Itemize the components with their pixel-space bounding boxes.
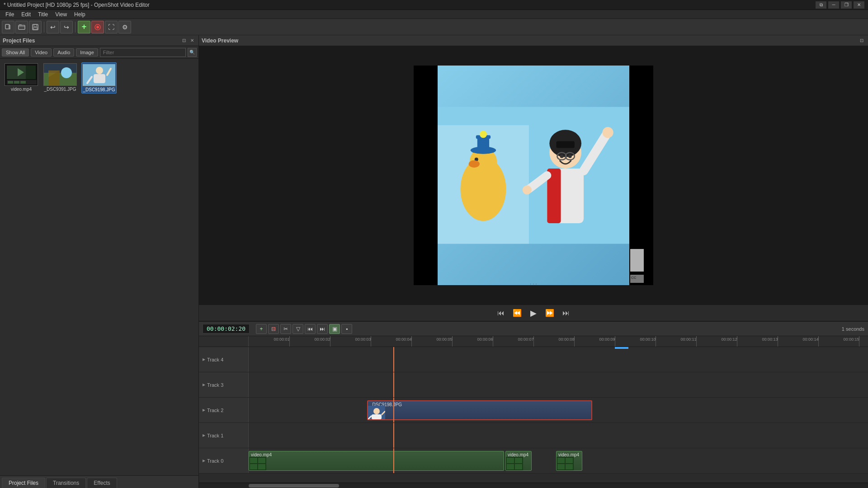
clip-video-3-thumb (557, 457, 574, 470)
svg-rect-54 (258, 458, 265, 463)
track-arrow-4[interactable]: ▶ (203, 357, 205, 361)
track-label-3: ▶ Track 3 (199, 372, 249, 397)
remove-clip-button[interactable]: ⊟ (268, 324, 279, 334)
ruler-mark-10: 00:00:11 (696, 336, 697, 347)
filter-audio[interactable]: Audio (53, 48, 74, 56)
svg-rect-0 (5, 24, 9, 29)
filter-search-button[interactable]: 🔍 (188, 48, 197, 57)
svg-rect-65 (557, 464, 565, 469)
file-item-video[interactable]: video.mp4 (4, 62, 39, 94)
track-content-3[interactable] (249, 372, 868, 397)
panel-header-controls: ⊡ ✕ (180, 37, 196, 44)
ruler-label-8: 00:00:09 (599, 337, 615, 342)
track-arrow-0[interactable]: ▶ (203, 459, 205, 463)
file-item-dsc9391[interactable]: _DSC9391.JPG (42, 62, 78, 94)
track-name-0: Track 0 (207, 458, 223, 464)
track-content-2[interactable]: _DSC9198.JPG (249, 398, 868, 422)
filter-video[interactable]: Video (31, 48, 52, 56)
undo-button[interactable]: ↩ (47, 21, 59, 33)
tab-project-files[interactable]: Project Files (2, 478, 45, 488)
restore-btn[interactable]: ⧉ (816, 1, 826, 9)
snap-button[interactable]: ▣ (329, 324, 340, 334)
preview-status: · · · (530, 281, 537, 286)
filter-input[interactable] (100, 48, 186, 57)
bottom-tab-bar: Project Files Transitions Effects (0, 475, 198, 488)
timeline: 00:00:02:20 + ⊟ ✂ ▽ ⏮ ⏭ ▣ ▪ 1 seconds (199, 321, 868, 488)
add-media-button[interactable]: + (78, 21, 90, 33)
tab-transitions[interactable]: Transitions (46, 478, 86, 488)
track-content-0[interactable]: video.mp4 (249, 448, 868, 473)
track-content-1[interactable] (249, 423, 868, 448)
menu-title[interactable]: Title (34, 10, 52, 19)
ruler-marks-area[interactable]: 00:00:0100:00:0200:00:0300:00:0400:00:05… (249, 336, 868, 347)
razor-button[interactable]: ▪ (341, 324, 352, 334)
svg-rect-64 (566, 458, 573, 463)
track-row-3: ▶ Track 3 (199, 372, 868, 398)
file-item-dsc9198[interactable]: _DSC9198.JPG (81, 62, 117, 94)
ruler-label-3: 00:00:04 (396, 337, 411, 342)
fast-forward-button[interactable]: ⏩ (543, 307, 556, 319)
maximize-btn[interactable]: ❐ (841, 1, 852, 9)
clip-video-1[interactable]: video.mp4 (249, 451, 504, 471)
close-btn[interactable]: ✕ (854, 1, 864, 9)
zoom-label: 1 seconds (842, 326, 864, 332)
new-project-button[interactable] (2, 21, 14, 33)
clip-video-1-thumb (249, 457, 266, 470)
timeline-jump-start-button[interactable]: ⏮ (305, 324, 316, 334)
preferences-button[interactable]: ⚙ (118, 21, 131, 33)
svg-rect-12 (8, 81, 13, 84)
scrollbar-thumb[interactable] (249, 484, 339, 488)
svg-point-21 (96, 67, 103, 74)
track-label-2: ▶ Track 2 (199, 398, 249, 422)
file-thumb-dsc9391 (43, 63, 77, 86)
track-name-3: Track 3 (207, 382, 223, 388)
track-row-1: ▶ Track 1 (199, 423, 868, 448)
jump-end-button[interactable]: ⏭ (560, 307, 572, 319)
svg-rect-9 (26, 66, 36, 79)
track-content-4[interactable] (249, 347, 868, 372)
filter-button[interactable]: ▽ (292, 324, 303, 334)
ruler-mark-7: 00:00:08 (574, 336, 575, 347)
filter-show-all[interactable]: Show All (2, 48, 29, 56)
rewind-button[interactable]: ⏪ (511, 307, 524, 319)
time-display: 00:00:02:20 (203, 324, 250, 333)
timeline-jump-end-button[interactable]: ⏭ (317, 324, 328, 334)
track-name-1: Track 1 (207, 433, 223, 438)
menu-view[interactable]: View (52, 10, 71, 19)
filter-image[interactable]: Image (76, 48, 98, 56)
ruler-label-area (199, 336, 249, 347)
ruler-label-0: 00:00:01 (274, 337, 289, 342)
menu-file[interactable]: File (2, 10, 18, 19)
clip-video-3[interactable]: video.mp4 (556, 451, 582, 471)
track-arrow-1[interactable]: ▶ (203, 433, 205, 437)
track-name-2: Track 2 (207, 408, 223, 413)
fullscreen-button[interactable]: ⛶ (105, 21, 118, 33)
save-project-button[interactable] (29, 21, 42, 33)
panel-close-button[interactable]: ✕ (189, 37, 196, 44)
timeline-toolbar: 00:00:02:20 + ⊟ ✂ ▽ ⏮ ⏭ ▣ ▪ 1 seconds (199, 322, 868, 336)
open-project-button[interactable] (15, 21, 28, 33)
redo-button[interactable]: ↪ (60, 21, 73, 33)
minimize-btn[interactable]: ─ (828, 1, 839, 9)
panel-undock-button[interactable]: ⊡ (180, 37, 188, 44)
ruler-mark-12: 00:00:13 (778, 336, 778, 347)
svg-point-50 (373, 408, 380, 414)
export-button[interactable] (91, 21, 104, 33)
video-preview-controls: ⊡ (858, 37, 865, 44)
clip-video-2[interactable]: video.mp4 (505, 451, 532, 471)
add-track-button[interactable]: + (256, 324, 267, 334)
video-preview-undock-button[interactable]: ⊡ (858, 37, 865, 44)
play-button[interactable]: ▶ (527, 307, 540, 319)
timeline-scrollbar[interactable] (199, 483, 868, 488)
clip-dsc9198[interactable]: _DSC9198.JPG (367, 400, 592, 420)
menu-help[interactable]: Help (71, 10, 89, 19)
cut-button[interactable]: ✂ (280, 324, 291, 334)
track-arrow-3[interactable]: ▶ (203, 383, 205, 387)
tab-effects[interactable]: Effects (87, 478, 117, 488)
track-arrow-2[interactable]: ▶ (203, 408, 205, 412)
files-content: video.mp4 _DSC9391.JPG (0, 59, 198, 475)
menu-edit[interactable]: Edit (18, 10, 34, 19)
file-name-dsc9198: _DSC9198.JPG (83, 87, 115, 92)
jump-start-button[interactable]: ⏮ (495, 307, 507, 319)
playhead-track4 (393, 347, 394, 372)
